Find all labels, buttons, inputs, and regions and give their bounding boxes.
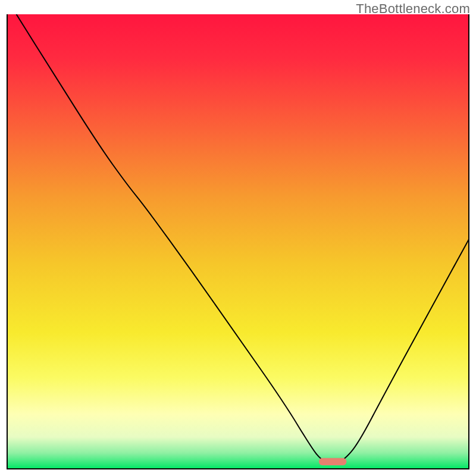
bottleneck-chart (0, 0, 476, 476)
gradient-background (7, 14, 469, 469)
watermark-text: TheBottleneck.com (356, 1, 470, 17)
optimal-marker (319, 458, 347, 465)
chart-stage: TheBottleneck.com (0, 0, 476, 476)
